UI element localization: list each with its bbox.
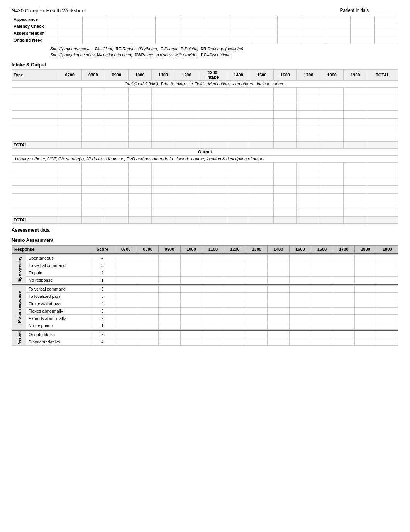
neuro-col-1600: 1600 <box>311 245 333 253</box>
skin-appearance-cell[interactable] <box>131 16 156 23</box>
neuro-col-1900: 1900 <box>376 245 398 253</box>
neuro-col-1100: 1100 <box>202 245 224 253</box>
skin-ongoing-cell[interactable] <box>253 37 278 44</box>
table-row <box>12 95 398 103</box>
skin-assessment-cell[interactable] <box>131 30 156 37</box>
skin-ongoing-cell[interactable] <box>375 37 398 44</box>
eye-pain-score: 2 <box>90 269 115 276</box>
neuro-col-response: Response <box>12 245 90 253</box>
skin-ongoing-cell[interactable] <box>180 37 204 44</box>
motor-none-label: No response <box>26 322 90 329</box>
skin-patency-cell[interactable] <box>302 23 326 30</box>
col-0800: 0800 <box>81 69 105 80</box>
skin-ongoing-cell[interactable] <box>204 37 229 44</box>
skin-ongoing-cell[interactable] <box>229 37 253 44</box>
skin-assessment-cell[interactable] <box>180 30 204 37</box>
skin-assessment-cell[interactable] <box>375 30 398 37</box>
neuro-section: Neuro Assessment: Response Score 0700 08… <box>12 238 398 346</box>
output-subtitle: Urinary catheter, NGT, Chest tube(s), JP… <box>12 155 398 162</box>
eye-spontaneous-label: Spontaneous <box>26 254 90 262</box>
neuro-table: Response Score 0700 0800 0900 1000 1100 … <box>12 245 398 346</box>
patient-initials: Patient Initials ___________ <box>340 8 398 13</box>
skin-patency-cell[interactable] <box>326 23 351 30</box>
intake-subtitle-row: Oral (food & fluid), Tube feedings, IV F… <box>12 80 398 87</box>
motor-flex-w-label: Flexes/withdraws <box>26 300 90 307</box>
skin-ongoing-cell[interactable] <box>83 37 107 44</box>
table-row <box>12 103 398 110</box>
skin-appearance-cell[interactable] <box>107 16 131 23</box>
table-row <box>12 178 398 185</box>
neuro-col-score: Score <box>90 245 115 253</box>
skin-appearance-cell[interactable] <box>229 16 253 23</box>
skin-assessment-cell[interactable] <box>204 30 229 37</box>
skin-patency-cell[interactable] <box>58 23 83 30</box>
eye-spontaneous-score: 4 <box>90 254 115 262</box>
skin-appearance-cell[interactable] <box>302 16 326 23</box>
skin-assessment-cell[interactable] <box>253 30 278 37</box>
skin-appearance-cell[interactable] <box>58 16 83 23</box>
skin-appearance-cell[interactable] <box>253 16 278 23</box>
skin-patency-cell[interactable] <box>156 23 180 30</box>
skin-assessment-cell[interactable] <box>302 30 326 37</box>
verbal-disoriented-score: 4 <box>90 338 115 345</box>
motor-row-3: Flexes/withdraws 4 <box>12 300 398 307</box>
skin-assessment-cell[interactable] <box>83 30 107 37</box>
skin-appearance-cell[interactable] <box>204 16 229 23</box>
skin-patency-cell[interactable] <box>180 23 204 30</box>
output-subtitle-row: Urinary catheter, NGT, Chest tube(s), JP… <box>12 155 398 162</box>
motor-none-score: 1 <box>90 322 115 329</box>
skin-appearance-cell[interactable] <box>326 16 351 23</box>
skin-patency-cell[interactable] <box>204 23 229 30</box>
skin-patency-cell[interactable] <box>131 23 156 30</box>
skin-ongoing-cell[interactable] <box>326 37 351 44</box>
skin-assessment-cell[interactable] <box>326 30 351 37</box>
skin-patency-cell[interactable] <box>253 23 278 30</box>
skin-ongoing-cell[interactable] <box>156 37 180 44</box>
eye-verbal-label: To verbal command <box>26 262 90 269</box>
col-1800: 1800 <box>320 69 344 80</box>
skin-patency-cell[interactable] <box>375 23 398 30</box>
io-header-row: Type 0700 0800 0900 1000 1100 1200 1300I… <box>12 69 398 80</box>
neuro-col-0900: 0900 <box>159 245 180 253</box>
skin-appearance-cell[interactable] <box>83 16 107 23</box>
skin-assessment-cell[interactable] <box>107 30 131 37</box>
skin-assessment-cell[interactable] <box>229 30 253 37</box>
skin-ongoing-cell[interactable] <box>58 37 83 44</box>
skin-patency-cell[interactable] <box>351 23 375 30</box>
skin-appearance-cell[interactable] <box>351 16 375 23</box>
skin-assessment-cell[interactable] <box>351 30 375 37</box>
eye-opening-row-4: No response 1 <box>12 276 398 284</box>
col-1300: 1300Intake <box>198 69 227 80</box>
eye-none-score: 1 <box>90 276 115 284</box>
skin-patency-cell[interactable] <box>83 23 107 30</box>
verbal-oriented-label: Oriented/talks <box>26 331 90 338</box>
skin-appearance-cell[interactable] <box>180 16 204 23</box>
patency-label: Patency Check <box>12 23 58 30</box>
skin-assessment-cell[interactable] <box>156 30 180 37</box>
skin-ongoing-cell[interactable] <box>107 37 131 44</box>
skin-ongoing-cell[interactable] <box>278 37 302 44</box>
skin-appearance-cell[interactable] <box>375 16 398 23</box>
motor-local-label: To localized pain <box>26 292 90 300</box>
skin-ongoing-cell[interactable] <box>131 37 156 44</box>
skin-assessment-cell[interactable] <box>278 30 302 37</box>
neuro-col-1400: 1400 <box>268 245 289 253</box>
appearance-label: Appearance <box>12 16 58 23</box>
skin-patency-cell[interactable] <box>229 23 253 30</box>
verbal-oriented-score: 5 <box>90 331 115 338</box>
neuro-title: Neuro Assessment: <box>12 238 398 243</box>
intake-subtitle: Oral (food & fluid), Tube feedings, IV F… <box>12 80 398 87</box>
skin-appearance-cell[interactable] <box>278 16 302 23</box>
skin-patency-cell[interactable] <box>107 23 131 30</box>
col-1100: 1100 <box>152 69 175 80</box>
motor-verbal-label: To verbal command <box>26 285 90 292</box>
skin-ongoing-cell[interactable] <box>351 37 375 44</box>
skin-assessment-cell[interactable] <box>58 30 83 37</box>
table-row <box>12 193 398 201</box>
table-row <box>12 201 398 209</box>
skin-patency-cell[interactable] <box>278 23 302 30</box>
skin-ongoing-cell[interactable] <box>302 37 326 44</box>
skin-appearance-cell[interactable] <box>156 16 180 23</box>
motor-row-6: No response 1 <box>12 322 398 329</box>
output-label: Output <box>12 148 398 155</box>
